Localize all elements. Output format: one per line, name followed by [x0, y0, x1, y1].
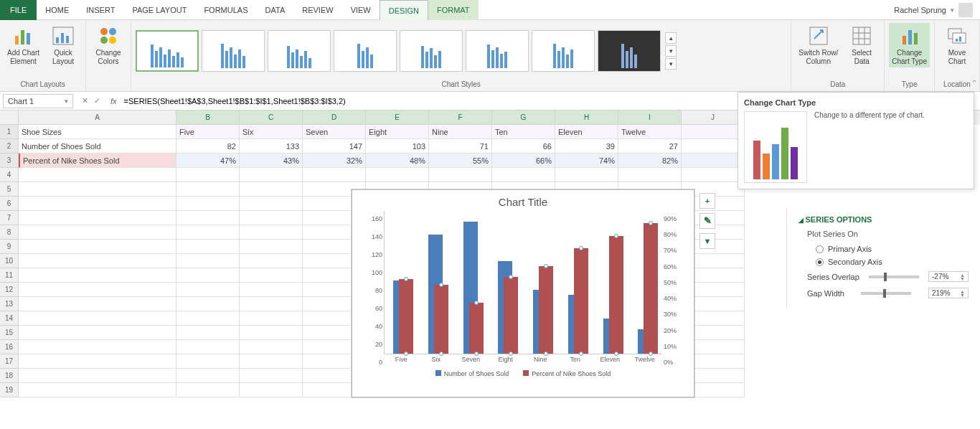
cell[interactable] — [19, 297, 176, 311]
switch-row-column-button[interactable]: Switch Row/ Column — [796, 23, 841, 67]
cell[interactable] — [19, 211, 176, 225]
chart-elements-button[interactable]: + — [699, 193, 715, 209]
row-header[interactable]: 10 — [0, 254, 19, 268]
cell[interactable] — [176, 197, 240, 211]
styles-down-button[interactable]: ▾ — [665, 45, 677, 57]
styles-more-button[interactable]: ▾ — [665, 58, 677, 70]
cell[interactable]: 74% — [555, 154, 618, 168]
cell[interactable] — [19, 168, 176, 182]
cell[interactable]: 103 — [366, 139, 429, 154]
chart-title[interactable]: Chart Title — [352, 190, 694, 211]
cell[interactable] — [19, 383, 176, 397]
change-chart-type-button[interactable]: Change Chart Type — [889, 23, 930, 67]
add-chart-element-button[interactable]: Add Chart Element — [4, 23, 42, 67]
chart-filters-button[interactable]: ▼ — [699, 233, 715, 249]
cell[interactable] — [429, 168, 492, 182]
chart-style-1[interactable] — [136, 30, 199, 72]
cell[interactable] — [176, 240, 240, 254]
cell[interactable] — [19, 240, 176, 254]
cell[interactable] — [240, 340, 303, 354]
cell[interactable]: 82 — [176, 139, 240, 154]
cell[interactable] — [176, 254, 240, 268]
tab-insert[interactable]: INSERT — [77, 0, 123, 20]
row-header[interactable]: 5 — [0, 182, 19, 197]
cell[interactable] — [19, 326, 176, 340]
tab-data[interactable]: DATA — [257, 0, 294, 20]
cell[interactable] — [682, 139, 745, 154]
chart-plot-area[interactable] — [384, 211, 662, 354]
col-header-a[interactable]: A — [19, 110, 176, 125]
cell[interactable]: 32% — [303, 154, 366, 168]
col-header-b[interactable]: B — [176, 110, 240, 125]
cell[interactable] — [240, 168, 303, 182]
cell[interactable] — [176, 297, 240, 311]
series-overlap-slider[interactable] — [869, 275, 919, 278]
name-box[interactable]: Chart 1▾ — [3, 94, 73, 108]
cell[interactable] — [682, 168, 745, 182]
cell[interactable] — [19, 369, 176, 383]
cell[interactable] — [240, 197, 303, 211]
cell[interactable] — [492, 168, 555, 182]
col-header-c[interactable]: C — [240, 110, 303, 125]
collapse-ribbon-button[interactable]: ⌃ — [971, 79, 977, 87]
move-chart-button[interactable]: Move Chart — [939, 23, 975, 67]
row-header[interactable]: 18 — [0, 369, 19, 383]
cell[interactable] — [176, 326, 240, 340]
cell[interactable] — [19, 354, 176, 369]
col-header-d[interactable]: D — [303, 110, 366, 125]
col-header-i[interactable]: I — [618, 110, 682, 125]
cell[interactable] — [240, 297, 303, 311]
enter-formula-icon[interactable]: ✓ — [94, 96, 100, 105]
cell[interactable] — [240, 268, 303, 283]
secondary-axis-radio[interactable]: Secondary Axis — [798, 255, 969, 268]
row-header[interactable]: 13 — [0, 297, 19, 311]
cell[interactable]: 47% — [176, 154, 240, 168]
chart-style-6[interactable] — [466, 30, 529, 72]
chart-style-7[interactable] — [532, 30, 595, 72]
cell[interactable] — [618, 168, 682, 182]
cell[interactable] — [176, 311, 240, 326]
cell[interactable]: 71 — [429, 139, 492, 154]
row-header[interactable]: 9 — [0, 240, 19, 254]
row-header[interactable]: 6 — [0, 197, 19, 211]
cell[interactable] — [19, 283, 176, 297]
cell[interactable] — [303, 168, 366, 182]
tab-home[interactable]: HOME — [37, 0, 77, 20]
cell[interactable]: Eight — [366, 125, 429, 139]
styles-up-button[interactable]: ▴ — [665, 32, 677, 44]
cell[interactable] — [176, 340, 240, 354]
user-account[interactable]: Rachel Sprung ▾ — [887, 3, 980, 17]
cell[interactable]: 66% — [492, 154, 555, 168]
cell[interactable] — [19, 225, 176, 240]
cell[interactable] — [240, 254, 303, 268]
row-header[interactable]: 15 — [0, 326, 19, 340]
row-header[interactable]: 1 — [0, 125, 19, 139]
cell[interactable]: Shoe Sizes — [19, 125, 176, 139]
cell[interactable]: Nine — [429, 125, 492, 139]
row-header[interactable]: 17 — [0, 354, 19, 369]
cell[interactable] — [176, 383, 240, 397]
col-header-h[interactable]: H — [555, 110, 618, 125]
row-header[interactable]: 8 — [0, 225, 19, 240]
chart-style-4[interactable] — [334, 30, 397, 72]
cell[interactable]: Number of Shoes Sold — [19, 139, 176, 154]
change-colors-button[interactable]: Change Colors — [90, 23, 126, 67]
cell[interactable] — [176, 354, 240, 369]
series-options-header[interactable]: SERIES OPTIONS — [798, 215, 969, 224]
cell[interactable]: 82% — [618, 154, 682, 168]
tab-view[interactable]: VIEW — [342, 0, 380, 20]
cell[interactable] — [240, 225, 303, 240]
cell[interactable] — [176, 283, 240, 297]
chart-style-8[interactable] — [598, 30, 661, 72]
cell[interactable] — [176, 211, 240, 225]
gap-width-slider[interactable] — [861, 292, 911, 295]
cell[interactable] — [176, 182, 240, 197]
row-header[interactable]: 19 — [0, 383, 19, 397]
row-header[interactable]: 16 — [0, 340, 19, 354]
cell[interactable]: 66 — [492, 139, 555, 154]
chart-legend[interactable]: Number of Shoes Sold Percent of Nike Sho… — [352, 363, 694, 377]
cell[interactable] — [240, 369, 303, 383]
gap-width-input[interactable]: 219%▲▼ — [928, 288, 969, 298]
cell[interactable] — [240, 283, 303, 297]
cell[interactable] — [240, 354, 303, 369]
